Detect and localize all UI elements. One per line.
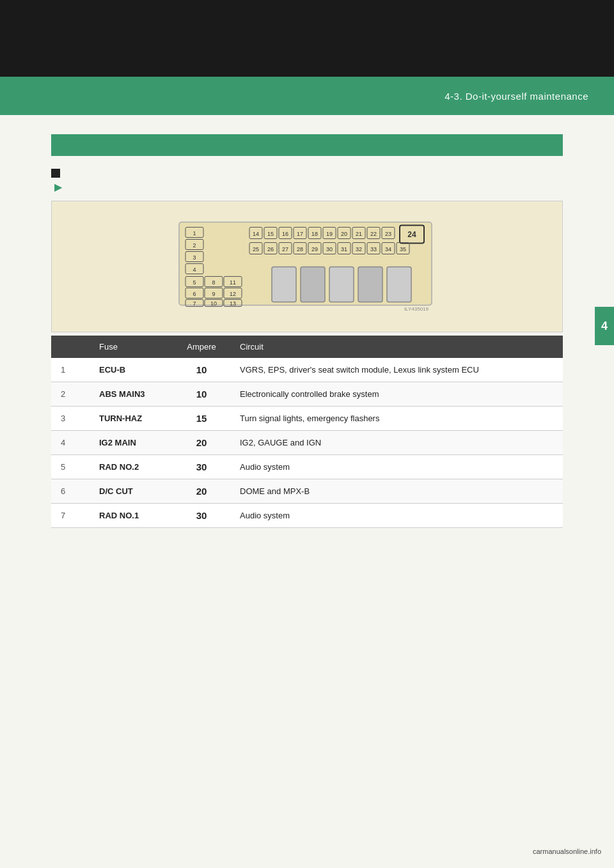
- svg-text:16: 16: [282, 231, 288, 237]
- svg-text:14: 14: [253, 231, 259, 237]
- svg-text:13: 13: [230, 300, 236, 307]
- svg-text:33: 33: [370, 246, 377, 252]
- svg-rect-73: [329, 267, 354, 302]
- svg-text:3: 3: [193, 254, 196, 261]
- svg-text:21: 21: [356, 231, 362, 237]
- fuse-number: 4: [51, 431, 90, 455]
- svg-text:10: 10: [210, 300, 217, 307]
- fuse-ampere: 30: [173, 455, 230, 479]
- svg-text:28: 28: [297, 246, 303, 252]
- fuse-name: RAD NO.1: [90, 504, 173, 528]
- svg-text:6: 6: [193, 291, 196, 297]
- fuse-circuit: VGRS, EPS, driver's seat switch module, …: [230, 358, 563, 382]
- svg-text:20: 20: [341, 231, 347, 237]
- fuse-name: IG2 MAIN: [90, 431, 173, 455]
- fuse-number: 5: [51, 455, 90, 479]
- fuse-circuit: Audio system: [230, 455, 563, 479]
- svg-text:12: 12: [230, 291, 236, 297]
- svg-text:30: 30: [326, 246, 333, 252]
- table-row: 1 ECU-B 10 VGRS, EPS, driver's seat swit…: [51, 358, 563, 382]
- section-header-text: [61, 141, 63, 150]
- table-header-fuse: [51, 336, 90, 358]
- fuse-diagram: 1 2 3 4 5 8 11 6: [173, 214, 441, 319]
- main-content: ▶ 1 2 3 4: [0, 134, 614, 554]
- svg-text:23: 23: [385, 231, 391, 237]
- fuse-ampere: 20: [173, 431, 230, 455]
- fuse-diagram-svg: 1 2 3 4 5 8 11 6: [173, 214, 441, 316]
- svg-text:9: 9: [212, 291, 215, 297]
- svg-text:22: 22: [370, 231, 377, 237]
- arrow-indicator: ▶: [54, 181, 563, 193]
- fuse-circuit: DOME and MPX-B: [230, 479, 563, 504]
- svg-text:5: 5: [193, 279, 196, 286]
- svg-text:2: 2: [193, 242, 196, 249]
- svg-text:17: 17: [297, 231, 303, 237]
- svg-rect-72: [301, 267, 325, 302]
- svg-text:26: 26: [267, 246, 274, 252]
- section-header: [51, 134, 563, 156]
- fuse-circuit: Audio system: [230, 504, 563, 528]
- svg-text:25: 25: [253, 246, 259, 252]
- svg-text:7: 7: [193, 300, 196, 307]
- svg-text:29: 29: [311, 246, 318, 252]
- fuse-ampere: 15: [173, 407, 230, 431]
- fuse-number: 2: [51, 382, 90, 407]
- svg-rect-75: [387, 267, 411, 302]
- fuse-number: 6: [51, 479, 90, 504]
- svg-text:11: 11: [230, 279, 236, 286]
- svg-text:34: 34: [385, 246, 391, 252]
- fuse-ampere: 10: [173, 382, 230, 407]
- svg-text:24: 24: [407, 230, 416, 239]
- fuse-diagram-box: 1 2 3 4 5 8 11 6: [51, 201, 563, 332]
- watermark-url: carmanualsonline.info: [533, 848, 601, 855]
- fuse-ampere: 20: [173, 479, 230, 504]
- chapter-tab: 4: [595, 307, 614, 345]
- fuse-ampere: 30: [173, 504, 230, 528]
- fuse-number: 1: [51, 358, 90, 382]
- table-header-row: Fuse Ampere Circuit: [51, 336, 563, 358]
- svg-text:27: 27: [282, 246, 288, 252]
- table-row: 6 D/C CUT 20 DOME and MPX-B: [51, 479, 563, 504]
- fuse-name: ECU-B: [90, 358, 173, 382]
- chapter-title: 4-3. Do-it-yourself maintenance: [445, 91, 588, 102]
- table-header-ampere: Ampere: [173, 336, 230, 358]
- svg-text:ILY435019: ILY435019: [404, 306, 429, 312]
- svg-text:15: 15: [267, 231, 274, 237]
- table-row: 4 IG2 MAIN 20 IG2, GAUGE and IGN: [51, 431, 563, 455]
- fuse-circuit: IG2, GAUGE and IGN: [230, 431, 563, 455]
- chapter-header: 4-3. Do-it-yourself maintenance: [0, 77, 614, 115]
- svg-text:1: 1: [193, 230, 196, 236]
- svg-text:18: 18: [311, 231, 318, 237]
- fuse-number: 3: [51, 407, 90, 431]
- svg-text:8: 8: [212, 279, 215, 286]
- table-header-circuit: Circuit: [230, 336, 563, 358]
- fuse-name: D/C CUT: [90, 479, 173, 504]
- section-subheading: [51, 169, 563, 178]
- table-row: 3 TURN-HAZ 15 Turn signal lights, emerge…: [51, 407, 563, 431]
- fuse-ampere: 10: [173, 358, 230, 382]
- fuse-table: Fuse Ampere Circuit 1 ECU-B 10 VGRS, EPS…: [51, 336, 563, 528]
- fuse-number: 7: [51, 504, 90, 528]
- table-row: 7 RAD NO.1 30 Audio system: [51, 504, 563, 528]
- fuse-name: TURN-HAZ: [90, 407, 173, 431]
- svg-text:32: 32: [356, 246, 362, 252]
- table-row: 2 ABS MAIN3 10 Electronically controlled…: [51, 382, 563, 407]
- svg-rect-71: [272, 267, 296, 302]
- fuse-name: RAD NO.2: [90, 455, 173, 479]
- fuse-name: ABS MAIN3: [90, 382, 173, 407]
- table-header-fuse-name: Fuse: [90, 336, 173, 358]
- watermark: carmanualsonline.info: [533, 846, 601, 855]
- fuse-circuit: Turn signal lights, emergency flashers: [230, 407, 563, 431]
- svg-text:35: 35: [400, 246, 406, 252]
- svg-text:19: 19: [326, 231, 333, 237]
- bullet-icon: [51, 169, 60, 178]
- fuse-circuit: Electronically controlled brake system: [230, 382, 563, 407]
- svg-text:4: 4: [193, 267, 196, 273]
- svg-text:31: 31: [341, 246, 347, 252]
- table-row: 5 RAD NO.2 30 Audio system: [51, 455, 563, 479]
- svg-rect-74: [358, 267, 382, 302]
